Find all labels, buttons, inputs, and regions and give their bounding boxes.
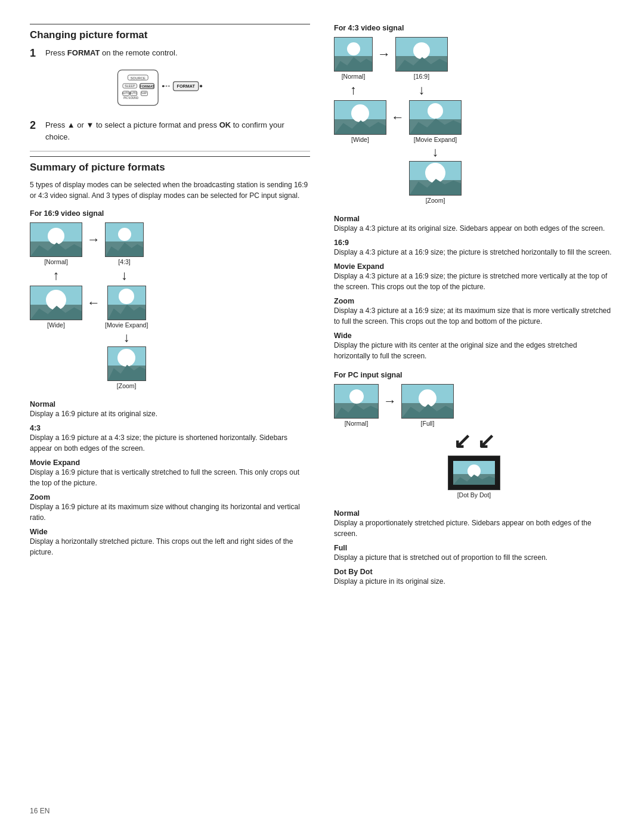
arrow-diag-right: ↙ <box>477 431 495 452</box>
fmt-wide-169: Wide Display a horizontally stretched pi… <box>30 528 310 558</box>
svg-text:SOUND: SOUND <box>128 97 138 100</box>
svg-text:FORMAT: FORMAT <box>177 83 196 89</box>
svg-marker-33 <box>453 475 495 485</box>
fmt-wide-43: Wide Display the picture with its center… <box>334 332 614 361</box>
signal-43-title: For 4:3 video signal <box>334 24 614 32</box>
signal-43-section: For 4:3 video signal [Normal] → [1 <box>334 24 614 204</box>
fmt-movieexpand-169: Movie Expand Display a 16:9 picture that… <box>30 459 310 488</box>
step2: 2 Press ▲ or ▼ to select a picture forma… <box>30 119 310 143</box>
fmt-movieexpand-43: Movie Expand Display a 4:3 picture at a … <box>334 262 614 292</box>
label-normal-43: [Normal] <box>342 73 366 80</box>
signal-pc-section: For PC input signal [Normal] → [Fu <box>334 371 614 498</box>
svg-text:SAP: SAP <box>141 92 147 95</box>
signal-169-title: For 16:9 video signal <box>30 209 310 218</box>
svg-text:SOURCE: SOURCE <box>131 76 145 80</box>
svg-text:AUTO: AUTO <box>129 92 137 95</box>
fmt-normal-pc: Normal Display a proportionately stretch… <box>334 509 614 539</box>
section2-title: Summary of picture formats <box>30 156 310 174</box>
fmt-43: 4:3 Display a 16:9 picture at a 4:3 size… <box>30 424 310 454</box>
svg-marker-29 <box>410 119 461 134</box>
svg-marker-27 <box>396 57 447 71</box>
label-normal-169: [Normal] <box>44 258 68 265</box>
section1-title: Changing picture format <box>30 24 310 41</box>
label-normal-pc: [Normal] <box>345 420 369 427</box>
left-column: Changing picture format 1 Press FORMAT o… <box>30 24 310 592</box>
svg-point-16 <box>162 85 164 87</box>
svg-text:PIC: PIC <box>123 97 128 100</box>
remote-svg: SOURCE SLEEP AUTO AUTO PIC SOUND SAP FOR… <box>113 67 244 109</box>
label-169-43: [16:9] <box>414 73 429 80</box>
format-descriptions-169: Normal Display a 16:9 picture at its ori… <box>30 400 310 558</box>
step2-text: Press ▲ or ▼ to select a picture format … <box>45 119 310 143</box>
right-column: For 4:3 video signal [Normal] → [1 <box>334 24 614 592</box>
fmt-zoom-43: Zoom Display a 4:3 picture at a 16:9 siz… <box>334 297 614 327</box>
svg-marker-24 <box>108 305 145 320</box>
step1-number: 1 <box>30 47 41 60</box>
svg-text:AUTO: AUTO <box>122 92 130 95</box>
fmt-normal-169: Normal Display a 16:9 picture at its ori… <box>30 400 310 419</box>
ok-bold: OK <box>219 120 231 129</box>
fmt-full-pc: Full Display a picture that is stretched… <box>334 544 614 563</box>
svg-marker-21 <box>30 243 82 256</box>
svg-marker-25 <box>108 365 145 380</box>
arrow-diag-left: ↙ <box>453 431 471 452</box>
label-zoom-169: [Zoom] <box>117 382 137 389</box>
svg-marker-26 <box>335 57 372 71</box>
page-number: 16 EN <box>30 807 49 815</box>
label-43-169: [4:3] <box>118 258 130 265</box>
svg-marker-31 <box>335 404 378 418</box>
label-dotbydot-pc: [Dot By Dot] <box>457 491 491 498</box>
label-zoom-43: [Zoom] <box>426 197 445 204</box>
label-wide-169: [Wide] <box>47 321 65 329</box>
section-divider <box>30 151 310 151</box>
svg-marker-30 <box>410 179 461 195</box>
svg-marker-32 <box>402 404 453 418</box>
fmt-169-43: 16:9 Display a 4:3 picture at a 16:9 siz… <box>334 239 614 258</box>
step1: 1 Press FORMAT on the remote control. <box>30 47 310 60</box>
label-movieexpand-43: [Movie Expand] <box>414 136 457 143</box>
svg-point-19 <box>200 85 202 87</box>
step2-number: 2 <box>30 119 41 132</box>
fmt-zoom-169: Zoom Display a 16:9 picture at its maxim… <box>30 493 310 523</box>
summary-intro: 5 types of display modes can be selected… <box>30 179 310 201</box>
format-descriptions-43: Normal Display a 4:3 picture at its orig… <box>334 215 614 361</box>
label-movieexpand-169: [Movie Expand] <box>105 321 148 329</box>
format-descriptions-pc: Normal Display a proportionately stretch… <box>334 509 614 587</box>
signal-169-section: For 16:9 video signal [Normal] → <box>30 209 310 389</box>
remote-illustration: SOURCE SLEEP AUTO AUTO PIC SOUND SAP FOR… <box>47 67 310 109</box>
label-full-pc: [Full] <box>421 420 435 427</box>
svg-marker-23 <box>30 306 82 320</box>
signal-pc-title: For PC input signal <box>334 371 614 379</box>
format-bold: FORMAT <box>67 48 100 57</box>
svg-text:FORMAT: FORMAT <box>140 85 154 88</box>
label-wide-43: [Wide] <box>351 136 369 143</box>
svg-marker-28 <box>335 120 386 134</box>
svg-text:SLEEP: SLEEP <box>125 84 135 88</box>
fmt-dotbydot-pc: Dot By Dot Display a picture in its orig… <box>334 568 614 587</box>
fmt-normal-43: Normal Display a 4:3 picture at its orig… <box>334 215 614 234</box>
step1-text: Press FORMAT on the remote control. <box>45 47 178 59</box>
svg-marker-22 <box>106 243 143 256</box>
